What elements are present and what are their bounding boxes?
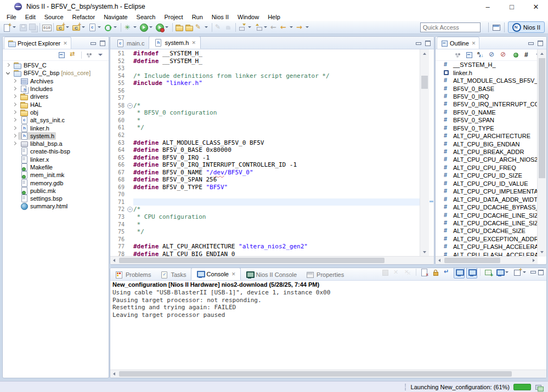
code-line[interactable]: 74 *	[110, 221, 420, 229]
code-line[interactable]: 73 * CPU configuration	[110, 213, 420, 221]
tree-item-includes[interactable]: Includes	[3, 85, 109, 93]
outline-item[interactable]: ALT_CPU_CPU_IMPLEMENTATIO	[436, 188, 538, 195]
close-window-icon[interactable]: ✕	[524, 0, 548, 13]
tree-item-summary-html[interactable]: summary.html	[3, 202, 109, 210]
console-tab-tasks[interactable]: Tasks	[155, 269, 190, 280]
display-console-button[interactable]	[495, 268, 511, 278]
console-scroll-left-icon[interactable]	[113, 372, 115, 376]
maximize-editor-icon[interactable]	[425, 41, 431, 46]
twistie-icon[interactable]	[12, 141, 18, 146]
minimize-console-icon[interactable]	[530, 270, 536, 275]
code-line[interactable]: 77#define ALT_CPU_ARCHITECTURE "altera_n…	[110, 243, 420, 251]
minimize-outline-icon[interactable]	[528, 41, 534, 46]
outline-scroll-down-icon[interactable]	[540, 251, 544, 253]
open-resource-button[interactable]	[184, 21, 194, 33]
menu-source[interactable]: Source	[40, 13, 68, 21]
code-line[interactable]: 51#ifndef __SYSTEM_H_	[110, 50, 420, 58]
outline-item[interactable]: ALT_CPU_DCACHE_SIZE	[436, 227, 538, 235]
outline-horizontal-scrollbar[interactable]	[436, 256, 538, 264]
tree-item-drivers[interactable]: drivers	[3, 93, 109, 100]
tree-item-hal[interactable]: HAL	[3, 100, 109, 108]
code-line[interactable]: 64#define BF5V_0_BASE 0x80000	[110, 146, 420, 154]
code-line[interactable]: 66#define BF5V_0_IRQ_INTERRUPT_CONTROLLE…	[110, 161, 420, 169]
dropdown-arrow-icon[interactable]	[205, 26, 208, 28]
code-text[interactable]	[133, 236, 420, 243]
minimize-window-icon[interactable]: –	[476, 0, 500, 13]
flash-programmer-button[interactable]	[194, 21, 210, 33]
tree-item-obj[interactable]: obj	[3, 109, 109, 116]
code-line[interactable]: 76	[110, 236, 420, 243]
tree-item-alt-sys-init-c[interactable]: alt_sys_init.c	[3, 116, 109, 124]
code-text[interactable]: #define BF5V_0_BASE 0x80000	[133, 146, 420, 154]
code-line[interactable]: 55#include "linker.h"	[110, 79, 420, 87]
word-wrap-button[interactable]	[442, 268, 452, 278]
progress-view-icon[interactable]	[535, 383, 544, 391]
editor-horizontal-scrollbar[interactable]	[110, 256, 434, 264]
outline-item[interactable]: ALT_CPU_DCACHE_BYPASS_MAS	[436, 203, 538, 211]
outline-scroll-right-icon[interactable]	[533, 259, 535, 262]
scroll-left-icon[interactable]	[113, 259, 115, 262]
code-text[interactable]	[133, 198, 420, 206]
dropdown-arrow-icon[interactable]	[264, 26, 267, 28]
editor-scroll-thumb[interactable]	[421, 76, 428, 89]
console-tab-properties[interactable]: Properties	[301, 269, 348, 280]
code-text[interactable]: *	[133, 117, 420, 124]
console-output[interactable]: New_configuration [Nios II Hardware] nio…	[110, 281, 546, 370]
code-line[interactable]: 65#define BF5V_0_IRQ -1	[110, 154, 420, 162]
new-c-project-button[interactable]	[55, 21, 71, 33]
open-console-button[interactable]	[512, 268, 528, 278]
project-explorer-tab[interactable]: Project Explorer ✕	[4, 37, 71, 49]
overview-ruler[interactable]	[429, 49, 434, 257]
tree-item-create-this-bsp[interactable]: create-this-bsp	[3, 147, 109, 155]
code-line[interactable]: 70	[110, 191, 420, 198]
code-line[interactable]: 56	[110, 87, 420, 95]
code-text[interactable]	[133, 94, 420, 102]
menu-search[interactable]: Search	[132, 13, 160, 21]
dropdown-arrow-icon[interactable]	[66, 26, 69, 28]
code-line[interactable]: 62	[110, 132, 420, 139]
outline-tab[interactable]: Outline ✕	[437, 37, 479, 49]
tree-item-public-mk[interactable]: public.mk	[3, 187, 109, 195]
code-line[interactable]: 61 */	[110, 124, 420, 132]
outline-item[interactable]: ALT_CPU_BREAK_ADDR	[436, 148, 538, 156]
scroll-lock-button[interactable]	[431, 268, 440, 278]
dropdown-arrow-icon[interactable]	[98, 26, 101, 28]
fold-collapse-icon[interactable]	[126, 206, 133, 213]
twistie-icon[interactable]	[12, 86, 18, 92]
code-text[interactable]: #define BF5V_0_IRQ_INTERRUPT_CONTROLLER_…	[133, 161, 420, 169]
code-line[interactable]: 59 * BF5V_0 configuration	[110, 109, 420, 117]
binary-editor-button[interactable]	[42, 21, 52, 33]
code-line[interactable]: 72/*	[110, 206, 420, 213]
code-text[interactable]	[133, 191, 420, 198]
outline-vertical-scrollbar[interactable]	[537, 49, 546, 257]
toggle-annotations-button[interactable]	[224, 21, 234, 33]
code-text[interactable]: #ifndef __SYSTEM_H_	[133, 50, 420, 58]
back-disabled-button[interactable]	[269, 21, 279, 33]
code-line[interactable]: 58/*	[110, 102, 420, 110]
tree-item-bf5v-c-bsp[interactable]: BF5V_C_bsp [nios_core]	[3, 69, 109, 77]
outline-item[interactable]: ALT_CPU_FLASH_ACCELERATOR	[436, 243, 538, 251]
cursor-line-mark[interactable]	[430, 201, 433, 202]
menu-edit[interactable]: Edit	[21, 13, 40, 21]
maximize-console-icon[interactable]	[538, 270, 544, 275]
fold-collapse-icon[interactable]	[126, 102, 133, 110]
dropdown-arrow-icon[interactable]	[523, 271, 526, 273]
twistie-icon[interactable]	[12, 110, 18, 115]
view-menu-button[interactable]	[96, 49, 106, 61]
outline-scroll-up-icon[interactable]	[540, 53, 544, 55]
console-horizontal-scrollbar[interactable]	[110, 370, 546, 378]
maximize-outline-icon[interactable]	[537, 41, 543, 46]
tree-item-libhal-bsp-a[interactable]: libhal_bsp.a	[3, 140, 109, 147]
tree-item-linker-h[interactable]: linker.h	[3, 124, 109, 132]
menu-refactor[interactable]: Refactor	[68, 13, 100, 21]
menu-nios-ii[interactable]: Nios II	[207, 13, 233, 21]
nios-perspective-button[interactable]: Nios II	[508, 21, 545, 33]
outline-item[interactable]: ALT_CPU_CPU_ID_VALUE	[436, 180, 538, 188]
menu-help[interactable]: Help	[263, 13, 285, 21]
back-history-button[interactable]	[279, 21, 295, 33]
outline-item[interactable]: ALT_CPU_BIG_ENDIAN	[436, 140, 538, 147]
code-text[interactable]: *	[133, 221, 420, 229]
close-tab-icon[interactable]: ✕	[191, 40, 196, 46]
dropdown-arrow-icon[interactable]	[82, 26, 85, 28]
outline-hscroll-thumb[interactable]	[444, 258, 500, 263]
